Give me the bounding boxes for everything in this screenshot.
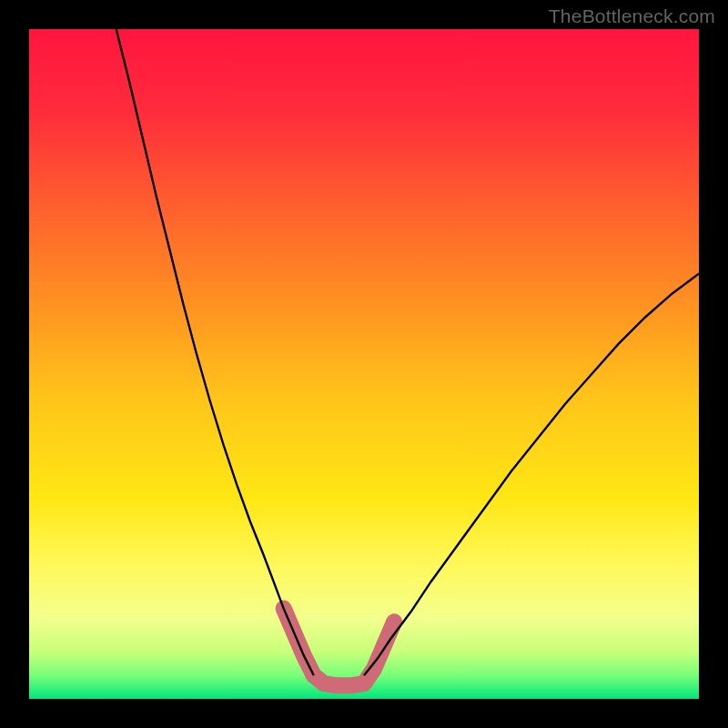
bottleneck-chart — [0, 0, 728, 728]
plot-background — [29, 29, 699, 699]
chart-container: TheBottleneck.com — [0, 0, 728, 728]
watermark-text: TheBottleneck.com — [549, 5, 715, 27]
